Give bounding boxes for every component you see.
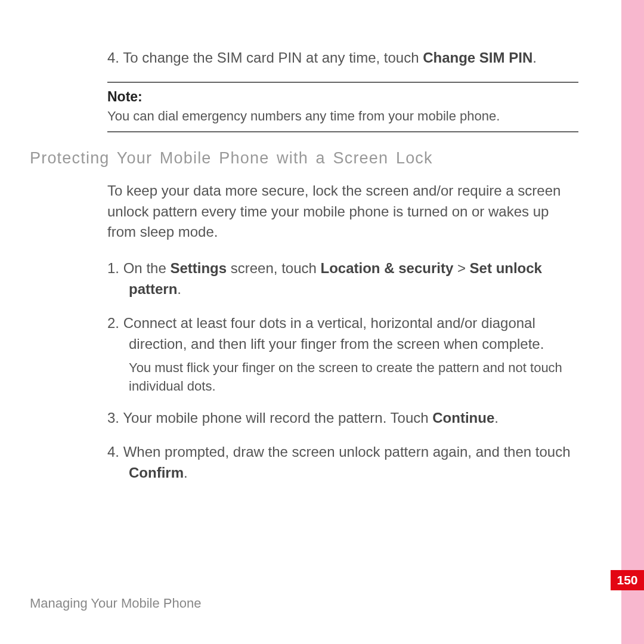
page-number-tab: 150 [611, 570, 644, 590]
s2-text: Connect at least four dots in a vertical… [123, 315, 544, 352]
bold-settings: Settings [170, 260, 227, 276]
note-label: Note: [107, 89, 578, 105]
step-text-post: . [532, 49, 537, 66]
bold-confirm: Confirm [129, 465, 184, 481]
step-number: 4. [107, 444, 123, 460]
bold-location-security: Location & security [321, 260, 454, 276]
note-text: You can dial emergency numbers any time … [107, 109, 578, 124]
s4-pre: When prompted, draw the screen unlock pa… [123, 444, 571, 460]
side-stripe [621, 0, 644, 644]
footer-chapter-title: Managing Your Mobile Phone [30, 596, 201, 611]
step-number: 3. [107, 410, 123, 426]
s1-mid1: screen, touch [227, 260, 320, 276]
s1-post: . [177, 281, 181, 297]
step-number: 4. [107, 49, 123, 66]
section-content: To keep your data more secure, lock the … [107, 181, 578, 484]
s1-pre: On the [123, 260, 171, 276]
intro-paragraph: To keep your data more secure, lock the … [107, 181, 578, 243]
step-text-pre: To change the SIM card PIN at any time, … [123, 49, 423, 66]
step-1: 1. On the Settings screen, touch Locatio… [107, 258, 578, 300]
s1-mid2: > [453, 260, 469, 276]
bold-continue: Continue [432, 410, 494, 426]
prev-step-4: 4. To change the SIM card PIN at any tim… [107, 48, 578, 69]
step-2-subnote: You must flick your finger on the screen… [107, 359, 578, 396]
document-page: 150 4. To change the SIM card PIN at any… [0, 0, 644, 644]
step-3: 3. Your mobile phone will record the pat… [107, 408, 578, 429]
note-box: Note: You can dial emergency numbers any… [107, 82, 578, 132]
section-heading: Protecting Your Mobile Phone with a Scre… [30, 149, 584, 168]
step-4: 4. When prompted, draw the screen unlock… [107, 442, 578, 484]
bold-change-sim-pin: Change SIM PIN [423, 49, 532, 66]
s4-post: . [184, 465, 188, 481]
page-number: 150 [617, 573, 637, 587]
content-area: 4. To change the SIM card PIN at any tim… [107, 48, 578, 132]
step-number: 2. [107, 315, 123, 331]
s3-post: . [494, 410, 499, 426]
step-2-group: 2. Connect at least four dots in a verti… [107, 313, 578, 396]
step-number: 1. [107, 260, 123, 276]
step-2: 2. Connect at least four dots in a verti… [107, 313, 578, 355]
s3-pre: Your mobile phone will record the patter… [123, 410, 432, 426]
